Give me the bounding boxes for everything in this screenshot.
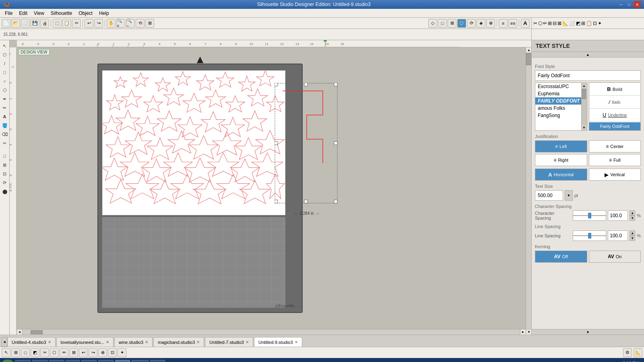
just-full-button[interactable]: ≡ Full [589, 154, 641, 166]
just-left-button[interactable]: ≡ Left [535, 140, 587, 152]
font-item-euphemia[interactable]: Euphemia [535, 90, 587, 97]
lt-btn-extra2[interactable]: ⊞ [1, 161, 9, 169]
tb-rp-12[interactable]: ⊡ [593, 21, 597, 26]
save-button[interactable]: 💾 [31, 19, 39, 28]
eraser-tool[interactable]: ⌫ [1, 130, 9, 138]
open-button[interactable]: 📂 [11, 19, 20, 28]
tb-right-1[interactable]: ◇ [428, 19, 437, 28]
bt-btn-13[interactable]: ✦ [118, 348, 126, 357]
minimize-button[interactable]: ─ [617, 1, 625, 8]
bt-btn-8[interactable]: ⊞ [69, 348, 78, 357]
node-tool[interactable]: ⬡ [1, 51, 9, 59]
tb-btn-13[interactable]: ✋ [107, 19, 116, 28]
bt-btn-10[interactable]: ↪ [89, 348, 97, 357]
line-step-up[interactable]: ▲ [630, 230, 635, 236]
canvas-vscrollbar[interactable]: ▲ ▼ [526, 47, 531, 335]
tab-scroll-left[interactable]: ◄ [2, 337, 7, 347]
tb-rp-11[interactable]: 📋 [586, 21, 592, 26]
tb-rp-7[interactable]: 📐 [562, 21, 568, 26]
text-size-input[interactable] [535, 190, 563, 201]
kerning-off-button[interactable]: AV Off [535, 251, 587, 263]
tb-right-5[interactable]: ⟳ [467, 19, 476, 28]
bt-btn-right[interactable]: 📐 [634, 348, 642, 357]
close-button[interactable]: ✕ [634, 1, 641, 8]
pen-tool[interactable]: ✒ [1, 95, 9, 103]
bt-btn-3[interactable]: □ [21, 348, 30, 357]
bt-btn-6[interactable]: ⬡ [50, 348, 59, 357]
settings-button[interactable]: ⚙ [623, 348, 632, 357]
tb-btn-6[interactable]: ⬚ [53, 19, 62, 28]
dir-horizontal-button[interactable]: A Horizontal [535, 169, 587, 181]
hscroll-thumb[interactable] [31, 330, 43, 334]
tb-right-6[interactable]: ◈ [477, 19, 485, 28]
lt-btn-extra4[interactable]: ⟳ [1, 179, 9, 187]
scroll-up-btn[interactable]: ▲ [526, 47, 531, 53]
bt-btn-5[interactable]: ✂ [40, 348, 49, 357]
maximize-button[interactable]: □ [625, 1, 633, 8]
dir-vertical-button[interactable]: ▶ Vertical [589, 169, 641, 181]
tab-close[interactable]: ✕ [106, 340, 109, 344]
tab-untitled4[interactable]: Untitled-4.studio3 ✕ [7, 337, 56, 347]
bt-btn-12[interactable]: ⊡ [108, 348, 117, 357]
lt-btn-extra3[interactable]: ⊡ [1, 170, 9, 178]
tab-close[interactable]: ✕ [295, 340, 298, 344]
taskbar-silhouette[interactable]: S [115, 360, 130, 362]
tb-right-4[interactable]: ⬡ [457, 19, 466, 28]
ellipse-tool[interactable]: ○ [1, 77, 9, 85]
taskbar-app3[interactable]: 📸 [81, 360, 97, 362]
font-list-scrollbar[interactable]: ▲ ▼ [581, 83, 587, 130]
canvas-hscrollbar[interactable]: ◄ ► [17, 329, 526, 335]
scroll-thumb[interactable] [526, 53, 531, 65]
tb-rp-13[interactable]: ✦ [598, 21, 602, 26]
tb-rp-10[interactable]: ⊞ [581, 21, 585, 26]
line-step-down[interactable]: ▼ [630, 236, 635, 241]
just-center-button[interactable]: ≡ Center [589, 140, 641, 152]
line-spacing-value[interactable] [608, 230, 628, 241]
rect-tool[interactable]: □ [1, 68, 9, 76]
tb-rp-1[interactable]: ✂ [533, 21, 537, 26]
bt-btn-2[interactable]: ⊞ [11, 348, 20, 357]
menu-edit[interactable]: Edit [16, 10, 31, 17]
bt-btn-11[interactable]: ⊕ [98, 348, 107, 357]
tb-right-2[interactable]: □ [438, 19, 447, 28]
line-spacing-stepper[interactable]: ▲ ▼ [630, 230, 635, 241]
pencil-tool[interactable]: ✏ [1, 104, 9, 112]
new-button[interactable]: 📄 [2, 19, 10, 28]
zoom-in-button[interactable]: 🔍+ [116, 19, 125, 28]
panel-scroll-up[interactable]: ▲ [532, 52, 644, 58]
char-spacing-value[interactable] [608, 210, 628, 221]
tab-close[interactable]: ✕ [48, 340, 51, 344]
tb-rp-5[interactable]: ⊟ [553, 21, 557, 26]
taskbar-explorer[interactable]: 📁 [15, 360, 31, 362]
just-right-button[interactable]: ≡ Right [535, 154, 587, 166]
tb-btn-8[interactable]: ✂ [72, 19, 81, 28]
zoom-out-button[interactable]: 🔍− [126, 19, 135, 28]
menu-object[interactable]: Object [75, 10, 96, 17]
kerning-on-button[interactable]: AV On [589, 251, 641, 263]
line-spacing-slider[interactable] [573, 230, 606, 241]
tb-right-9[interactable]: ≡≡ [508, 19, 517, 28]
taskbar-opera[interactable]: 🦊 [98, 360, 114, 362]
taskbar-app2[interactable]: 🖥 [66, 360, 80, 362]
tb-rp-4[interactable]: ⊞ [548, 21, 552, 26]
crop-tool[interactable]: ✂ [1, 139, 9, 147]
tb-rp-3[interactable]: ✏ [543, 21, 547, 26]
menu-help[interactable]: Help [96, 10, 112, 17]
tb-rp-8[interactable]: ⬜ [569, 21, 575, 26]
fill-tool[interactable]: 🪣 [1, 121, 9, 130]
font-item-fairly[interactable]: FAIRLY ODDFONT [535, 97, 587, 105]
panel-scroll-down[interactable]: ▼ [532, 329, 644, 335]
font-name-input[interactable]: Fairly OddFont [535, 70, 641, 81]
tb-btn-5[interactable]: 🖨 [40, 19, 49, 28]
tb-btn-17[interactable]: ⊞ [145, 19, 154, 28]
select-tool[interactable]: ↖ [1, 42, 9, 50]
text-tool[interactable]: A [1, 113, 9, 121]
tb-btn-16[interactable]: ⟲ [136, 19, 144, 28]
line-slider-thumb[interactable] [588, 233, 591, 239]
text-tool-btn[interactable]: A [521, 19, 530, 28]
tab-untitled7[interactable]: Untitled-7.studio3 ✕ [205, 337, 253, 347]
tb-rp-9[interactable]: ◩ [576, 21, 580, 26]
tab-loveisall[interactable]: loveisallyouneed.stu... ✕ [56, 337, 114, 347]
char-slider-thumb[interactable] [588, 213, 591, 218]
tb-right-7[interactable]: ⊕ [486, 19, 495, 28]
